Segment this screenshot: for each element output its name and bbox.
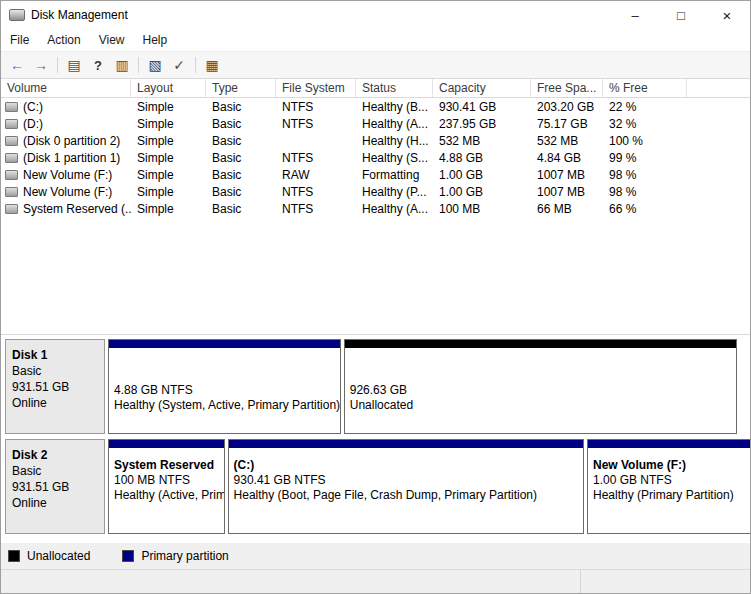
partition-color-bar bbox=[588, 440, 750, 448]
disk-name: Disk 1 bbox=[12, 347, 98, 363]
disk2-partition-c[interactable]: (C:) 930.41 GB NTFS Healthy (Boot, Page … bbox=[228, 439, 584, 534]
menu-view[interactable]: View bbox=[90, 29, 134, 51]
primary-partition-swatch bbox=[122, 550, 134, 562]
disk-2-info-panel[interactable]: Disk 2 Basic 931.51 GB Online bbox=[5, 439, 105, 534]
column-header-layout[interactable]: Layout bbox=[131, 79, 206, 97]
disk2-partition-new-volume-f[interactable]: New Volume (F:) 1.00 GB NTFS Healthy (Pr… bbox=[587, 439, 750, 534]
partition-color-bar bbox=[109, 440, 224, 448]
maximize-button[interactable]: □ bbox=[658, 1, 704, 29]
disk-1-row: Disk 1 Basic 931.51 GB Online 4.88 GB NT… bbox=[5, 339, 737, 434]
type-cell: Basic bbox=[206, 151, 276, 165]
volume-name: (C:) bbox=[23, 100, 43, 114]
legend-item-primary-partition: Primary partition bbox=[122, 549, 228, 563]
minimize-button[interactable]: – bbox=[612, 1, 658, 29]
free-space-cell: 1007 MB bbox=[531, 185, 603, 199]
volume-row-d[interactable]: (D:) Simple Basic NTFS Healthy (A... 237… bbox=[1, 115, 750, 132]
action-pane-icon[interactable]: ▧ bbox=[143, 54, 167, 76]
column-header-capacity[interactable]: Capacity bbox=[433, 79, 531, 97]
volume-row-new-volume-ntfs[interactable]: New Volume (F:) Simple Basic NTFS Health… bbox=[1, 183, 750, 200]
partition-title bbox=[350, 368, 731, 383]
type-cell: Basic bbox=[206, 100, 276, 114]
properties-icon[interactable]: ▦ bbox=[200, 54, 224, 76]
volume-row-system-reserved[interactable]: System Reserved (... Simple Basic NTFS H… bbox=[1, 200, 750, 217]
menu-action[interactable]: Action bbox=[38, 29, 89, 51]
disk-name: Disk 2 bbox=[12, 447, 98, 463]
status-cell: Formatting bbox=[356, 168, 433, 182]
capacity-cell: 4.88 GB bbox=[433, 151, 531, 165]
free-space-cell: 66 MB bbox=[531, 202, 603, 216]
forward-icon[interactable]: → bbox=[29, 54, 53, 76]
graphical-view-pane: Disk 1 Basic 931.51 GB Online 4.88 GB NT… bbox=[1, 334, 750, 543]
volume-list-pane: Volume Layout Type File System Status Ca… bbox=[1, 79, 750, 334]
partition-capacity: 1.00 GB NTFS bbox=[593, 473, 750, 488]
partition-status: Unallocated bbox=[350, 398, 731, 413]
column-header-pct-free[interactable]: % Free bbox=[603, 79, 687, 97]
help-icon[interactable]: ? bbox=[86, 54, 110, 76]
column-header-free-space[interactable]: Free Spa... bbox=[531, 79, 603, 97]
disk1-partition-unallocated[interactable]: 926.63 GB Unallocated bbox=[344, 339, 737, 434]
status-cell: Healthy (A... bbox=[356, 117, 433, 131]
partition-capacity: 100 MB NTFS bbox=[114, 473, 219, 488]
volume-name: New Volume (F:) bbox=[23, 185, 112, 199]
disk-1-info-panel[interactable]: Disk 1 Basic 931.51 GB Online bbox=[5, 339, 105, 434]
disk2-partition-system-reserved[interactable]: System Reserved 100 MB NTFS Healthy (Act… bbox=[108, 439, 225, 534]
volume-name: (D:) bbox=[23, 117, 43, 131]
disk-status: Online bbox=[12, 395, 98, 411]
console-tree-icon[interactable]: ▤ bbox=[62, 54, 86, 76]
status-bar bbox=[1, 569, 750, 593]
export-list-icon[interactable]: ▥ bbox=[110, 54, 134, 76]
layout-cell: Simple bbox=[131, 134, 206, 148]
type-cell: Basic bbox=[206, 134, 276, 148]
pct-free-cell: 98 % bbox=[603, 185, 687, 199]
volume-row-disk1-part1[interactable]: (Disk 1 partition 1) Simple Basic NTFS H… bbox=[1, 149, 750, 166]
capacity-cell: 1.00 GB bbox=[433, 168, 531, 182]
menu-file[interactable]: File bbox=[1, 29, 38, 51]
status-cell: Healthy (P... bbox=[356, 185, 433, 199]
partition-color-bar bbox=[109, 340, 340, 348]
volume-name: New Volume (F:) bbox=[23, 168, 112, 182]
legend-bar: Unallocated Primary partition bbox=[1, 543, 750, 569]
partition-title: System Reserved bbox=[114, 458, 219, 473]
partition-capacity: 926.63 GB bbox=[350, 383, 731, 398]
layout-cell: Simple bbox=[131, 117, 206, 131]
disk-management-window: Disk Management – □ × File Action View H… bbox=[0, 0, 751, 594]
close-button[interactable]: × bbox=[704, 1, 750, 29]
free-space-cell: 1007 MB bbox=[531, 168, 603, 182]
disk1-partition-ntfs[interactable]: 4.88 GB NTFS Healthy (System, Active, Pr… bbox=[108, 339, 341, 434]
volume-icon bbox=[5, 102, 18, 112]
toolbar: ← → ▤ ? ▥ ▧ ✓ ▦ bbox=[1, 51, 750, 79]
legend-label: Primary partition bbox=[141, 549, 228, 563]
file-system-cell: RAW bbox=[276, 168, 356, 182]
column-header-status[interactable]: Status bbox=[356, 79, 433, 97]
type-cell: Basic bbox=[206, 202, 276, 216]
column-header-file-system[interactable]: File System bbox=[276, 79, 356, 97]
column-header-volume[interactable]: Volume bbox=[1, 79, 131, 97]
back-icon[interactable]: ← bbox=[5, 54, 29, 76]
layout-cell: Simple bbox=[131, 100, 206, 114]
status-cell: Healthy (H... bbox=[356, 134, 433, 148]
column-header-type[interactable]: Type bbox=[206, 79, 276, 97]
volume-icon bbox=[5, 170, 18, 180]
disk-2-partitions: System Reserved 100 MB NTFS Healthy (Act… bbox=[108, 439, 750, 534]
volume-row-c[interactable]: (C:) Simple Basic NTFS Healthy (B... 930… bbox=[1, 98, 750, 115]
partition-capacity: 930.41 GB NTFS bbox=[234, 473, 578, 488]
layout-cell: Simple bbox=[131, 168, 206, 182]
pct-free-cell: 32 % bbox=[603, 117, 687, 131]
status-bar-right bbox=[580, 570, 750, 593]
type-cell: Basic bbox=[206, 185, 276, 199]
disk-kind: Basic bbox=[12, 463, 98, 479]
volume-icon bbox=[5, 204, 18, 214]
toolbar-separator bbox=[138, 57, 139, 73]
app-icon[interactable] bbox=[9, 9, 25, 21]
volume-name: (Disk 0 partition 2) bbox=[23, 134, 120, 148]
menu-help[interactable]: Help bbox=[134, 29, 177, 51]
disk-status: Online bbox=[12, 495, 98, 511]
unallocated-swatch bbox=[8, 550, 20, 562]
volume-name-cell: (Disk 0 partition 2) bbox=[1, 134, 131, 148]
volume-row-disk0-part2[interactable]: (Disk 0 partition 2) Simple Basic Health… bbox=[1, 132, 750, 149]
toolbar-separator bbox=[195, 57, 196, 73]
volume-icon bbox=[5, 153, 18, 163]
free-space-cell: 203.20 GB bbox=[531, 100, 603, 114]
check-disk-icon[interactable]: ✓ bbox=[167, 54, 191, 76]
volume-row-new-volume-raw[interactable]: New Volume (F:) Simple Basic RAW Formatt… bbox=[1, 166, 750, 183]
